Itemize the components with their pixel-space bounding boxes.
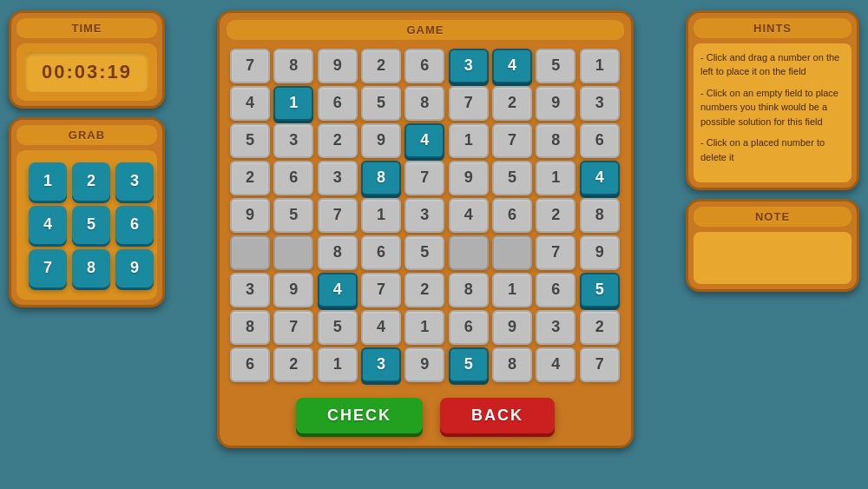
cell-r6-c1[interactable]: 9 — [273, 273, 313, 307]
cell-r4-c4[interactable]: 3 — [404, 198, 444, 233]
cell-r6-c3[interactable]: 7 — [361, 273, 401, 307]
cell-r3-c1[interactable]: 6 — [273, 161, 313, 195]
grab-btn-4[interactable]: 4 — [29, 206, 67, 244]
cell-r0-c2[interactable]: 9 — [318, 49, 358, 83]
cell-r7-c4[interactable]: 1 — [404, 310, 444, 345]
cell-r7-c6[interactable]: 9 — [492, 310, 532, 345]
cell-r1-c7[interactable]: 9 — [536, 86, 575, 121]
cell-r0-c7[interactable]: 5 — [536, 49, 575, 83]
cell-r8-c7[interactable]: 4 — [536, 347, 575, 382]
cell-r8-c1[interactable]: 2 — [273, 347, 313, 382]
cell-r4-c0[interactable]: 9 — [230, 198, 270, 233]
cell-r3-c7[interactable]: 1 — [536, 161, 575, 195]
grab-btn-9[interactable]: 9 — [115, 249, 154, 287]
cell-r1-c2[interactable]: 6 — [318, 86, 358, 121]
cell-r2-c4[interactable]: 4 — [404, 123, 444, 158]
cell-r4-c1[interactable]: 5 — [273, 198, 313, 233]
cell-r8-c6[interactable]: 8 — [492, 347, 532, 382]
cell-r6-c2[interactable]: 4 — [318, 273, 358, 307]
cell-r0-c1[interactable]: 8 — [273, 49, 313, 83]
cell-r2-c3[interactable]: 9 — [361, 123, 401, 158]
cell-r2-c6[interactable]: 7 — [492, 123, 532, 158]
cell-r5-c5[interactable] — [449, 235, 489, 270]
cell-r6-c8[interactable]: 5 — [580, 273, 620, 307]
cell-r2-c7[interactable]: 8 — [536, 123, 575, 158]
cell-r3-c5[interactable]: 9 — [449, 161, 489, 195]
check-button[interactable]: CHECK — [296, 398, 423, 433]
grab-btn-2[interactable]: 2 — [72, 162, 110, 201]
cell-r3-c8[interactable]: 4 — [580, 161, 620, 195]
cell-r7-c7[interactable]: 3 — [536, 310, 575, 345]
cell-r5-c0[interactable] — [230, 235, 270, 270]
cell-r1-c4[interactable]: 8 — [404, 86, 444, 121]
cell-r5-c1[interactable] — [273, 235, 313, 270]
back-button[interactable]: BACK — [440, 398, 555, 433]
sudoku-grid: 7892634514165872935329417862638795149571… — [227, 45, 624, 386]
cell-r1-c0[interactable]: 4 — [230, 86, 270, 121]
cell-r0-c5[interactable]: 3 — [449, 49, 489, 83]
cell-r2-c5[interactable]: 1 — [449, 123, 489, 158]
cell-r4-c3[interactable]: 1 — [361, 198, 401, 233]
cell-r6-c5[interactable]: 8 — [449, 273, 489, 307]
cell-r5-c3[interactable]: 6 — [361, 235, 401, 270]
cell-r1-c1[interactable]: 1 — [273, 86, 313, 121]
grab-btn-7[interactable]: 7 — [29, 249, 67, 287]
cell-r4-c8[interactable]: 8 — [580, 198, 620, 233]
cell-r1-c3[interactable]: 5 — [361, 86, 401, 121]
grab-btn-1[interactable]: 1 — [29, 162, 67, 201]
cell-r8-c5[interactable]: 5 — [449, 347, 489, 382]
cell-r1-c5[interactable]: 7 — [449, 86, 489, 121]
cell-r0-c0[interactable]: 7 — [230, 49, 270, 83]
cell-r7-c0[interactable]: 8 — [230, 310, 270, 345]
cell-r2-c2[interactable]: 2 — [318, 123, 358, 158]
cell-r7-c3[interactable]: 4 — [361, 310, 401, 345]
cell-r5-c2[interactable]: 8 — [318, 235, 358, 270]
grab-btn-5[interactable]: 5 — [72, 206, 110, 244]
cell-r8-c8[interactable]: 7 — [580, 347, 620, 382]
cell-r5-c6[interactable] — [492, 235, 532, 270]
grab-btn-6[interactable]: 6 — [115, 206, 154, 244]
cell-r8-c2[interactable]: 1 — [318, 347, 358, 382]
cell-r2-c8[interactable]: 6 — [580, 123, 620, 158]
cell-r7-c5[interactable]: 6 — [449, 310, 489, 345]
cell-r5-c8[interactable]: 9 — [580, 235, 620, 270]
cell-r6-c7[interactable]: 6 — [536, 273, 575, 307]
cell-r2-c0[interactable]: 5 — [230, 123, 270, 158]
cell-r4-c2[interactable]: 7 — [318, 198, 358, 233]
cell-r1-c8[interactable]: 3 — [580, 86, 620, 121]
grab-btn-3[interactable]: 3 — [115, 162, 154, 201]
hints-panel: HINTS - Click and drag a number on the l… — [686, 10, 859, 190]
cell-r3-c0[interactable]: 2 — [230, 161, 270, 195]
cell-r1-c6[interactable]: 2 — [492, 86, 532, 121]
hints-title: HINTS — [694, 18, 852, 38]
hint-0: - Click and drag a number on the left to… — [700, 50, 845, 79]
cell-r6-c0[interactable]: 3 — [230, 273, 270, 307]
grab-grid: 123456789 — [25, 159, 148, 291]
hints-text: - Click and drag a number on the left to… — [694, 43, 852, 182]
cell-r3-c4[interactable]: 7 — [404, 161, 444, 195]
cell-r0-c8[interactable]: 1 — [580, 49, 620, 83]
cell-r7-c2[interactable]: 5 — [318, 310, 358, 345]
cell-r3-c3[interactable]: 8 — [361, 161, 401, 195]
cell-r5-c4[interactable]: 5 — [404, 235, 444, 270]
game-panel: GAME 78926345141658729353294178626387951… — [217, 10, 634, 448]
cell-r2-c1[interactable]: 3 — [273, 123, 313, 158]
cell-r6-c6[interactable]: 1 — [492, 273, 532, 307]
cell-r0-c3[interactable]: 2 — [361, 49, 401, 83]
cell-r6-c4[interactable]: 2 — [404, 273, 444, 307]
cell-r7-c1[interactable]: 7 — [273, 310, 313, 345]
cell-r4-c5[interactable]: 4 — [449, 198, 489, 233]
cell-r4-c7[interactable]: 2 — [536, 198, 575, 233]
game-title: GAME — [227, 20, 624, 40]
cell-r8-c0[interactable]: 6 — [230, 347, 270, 382]
cell-r3-c2[interactable]: 3 — [318, 161, 358, 195]
cell-r0-c4[interactable]: 6 — [404, 49, 444, 83]
cell-r5-c7[interactable]: 7 — [536, 235, 575, 270]
cell-r0-c6[interactable]: 4 — [492, 49, 532, 83]
cell-r7-c8[interactable]: 2 — [580, 310, 620, 345]
cell-r4-c6[interactable]: 6 — [492, 198, 532, 233]
cell-r3-c6[interactable]: 5 — [492, 161, 532, 195]
grab-btn-8[interactable]: 8 — [72, 249, 110, 287]
cell-r8-c3[interactable]: 3 — [361, 347, 401, 382]
cell-r8-c4[interactable]: 9 — [404, 347, 444, 382]
